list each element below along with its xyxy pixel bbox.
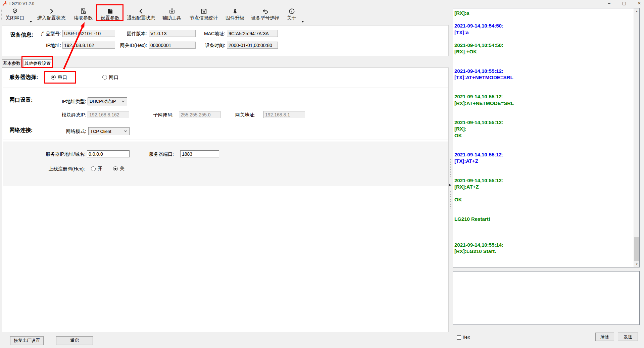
toolbar-label: 进入配置状态 <box>37 15 65 21</box>
log-output: [RX]:a2021-09-14,10:54:50:[TX]:a2021-09-… <box>454 10 633 266</box>
ip-address-field[interactable] <box>62 42 115 49</box>
log-line: [RX]:a <box>454 10 633 16</box>
net-mode-label: 网络模式: <box>53 129 86 135</box>
section-divider <box>3 88 448 88</box>
ip-type-combo[interactable]: DHCP/动态IP <box>88 97 127 105</box>
product-model-label: 产品型号: <box>28 31 61 37</box>
server-lan-radio-label[interactable]: 网口 <box>109 74 118 81</box>
device-time-field[interactable] <box>227 42 278 49</box>
toolbar-node-stats-button[interactable]: 节点信息统计 <box>186 8 221 21</box>
subnet-mask-label: 子网掩码: <box>140 112 174 118</box>
minimize-button[interactable]: – <box>602 0 616 7</box>
gateway-id-label: 网关ID(Hex): <box>113 43 147 49</box>
toolbar-device-model-button[interactable]: 设备型号选择 <box>248 8 282 21</box>
mac-address-label: MAC地址: <box>192 31 225 37</box>
log-line: [TX]:AT+NETMODE=SRL <box>454 74 633 81</box>
toolbar-label: 设置参数 <box>101 15 119 21</box>
log-line: [RX]:AT+Z <box>454 184 633 190</box>
rocket-icon <box>232 8 239 15</box>
section-divider <box>3 122 448 122</box>
toolbar-label: 辅助工具 <box>162 15 181 21</box>
register-on-radio-label[interactable]: 开 <box>98 166 102 172</box>
device-info-panel: 设备信息: 产品型号: 固件版本: MAC地址: IP地址: 网关ID(Hex)… <box>2 25 449 56</box>
send-input-box[interactable] <box>453 271 640 325</box>
toolbar-label: 关于 <box>287 15 296 21</box>
hex-checkbox[interactable] <box>457 335 461 340</box>
subnet-mask-field[interactable] <box>179 111 220 118</box>
maximize-button[interactable]: ▢ <box>617 0 631 7</box>
server-select-title: 服务器选择: <box>9 74 38 81</box>
tab-basic-params[interactable]: 基本参数 <box>2 59 21 67</box>
log-line <box>454 55 633 61</box>
log-line: 2021-09-14,10:54:50: <box>454 22 633 29</box>
lan-settings-title: 网口设置: <box>9 97 33 104</box>
scroll-thumb[interactable] <box>634 237 639 261</box>
mac-address-field[interactable] <box>227 30 278 37</box>
window-title: LG210 V1.2.0 <box>9 1 34 6</box>
gateway-addr-field[interactable] <box>263 111 305 118</box>
log-line: 2021-09-14,10:54:50: <box>454 42 633 48</box>
log-line <box>454 222 633 229</box>
close-serial-dropdown-caret[interactable] <box>30 21 32 22</box>
log-line <box>454 203 633 209</box>
log-line <box>454 16 633 22</box>
log-panel[interactable]: [RX]:a2021-09-14,10:54:50:[TX]:a2021-09-… <box>453 8 640 267</box>
splitter-grip <box>450 159 451 178</box>
toolbar-aux-tools-button[interactable]: 辅助工具 <box>160 8 184 21</box>
log-line: OK <box>454 196 633 203</box>
server-port-field[interactable] <box>180 150 219 157</box>
product-model-field[interactable] <box>62 30 115 37</box>
toolbar-exit-config-button[interactable]: 退出配置状态 <box>125 8 157 21</box>
gateway-id-field[interactable] <box>149 42 196 49</box>
log-line: OK <box>454 132 633 139</box>
chevron-down-icon <box>123 129 128 133</box>
scroll-up-arrow[interactable]: ▲ <box>634 8 640 14</box>
server-ip-label: 服务器IP地址/域名: <box>39 151 86 157</box>
toolbar-label: 关闭串口 <box>5 15 24 21</box>
log-line: 2021-09-14,10:55:12: <box>454 68 633 74</box>
log-scrollbar[interactable]: ▲ ▼ <box>634 8 639 267</box>
log-line <box>454 87 633 93</box>
log-line: 2021-09-14,10:55:14: <box>454 242 633 248</box>
firmware-version-field[interactable] <box>149 30 196 37</box>
info-icon <box>288 8 295 15</box>
factory-reset-button[interactable]: 恢复出厂设置 <box>10 336 44 345</box>
restart-button[interactable]: 重启 <box>56 336 93 345</box>
net-mode-combo[interactable]: TCP Client <box>88 127 130 135</box>
static-ip-field[interactable] <box>88 111 129 118</box>
server-serial-radio[interactable] <box>51 75 56 80</box>
close-button[interactable]: ✕ <box>633 0 644 7</box>
tab-other-params[interactable]: 其他参数设置 <box>23 59 52 68</box>
server-serial-radio-label[interactable]: 串口 <box>58 74 67 81</box>
toolbar-set-params-button[interactable]: 设置参数 <box>97 8 123 21</box>
clear-button[interactable]: 清除 <box>595 333 614 341</box>
server-lan-radio[interactable] <box>102 75 107 80</box>
toolbar-close-serial-button[interactable]: 关闭串口 <box>1 8 28 21</box>
hex-checkbox-label[interactable]: Hex <box>463 335 470 340</box>
stats-window-icon <box>200 8 207 15</box>
log-line <box>454 139 633 145</box>
gateway-addr-label: 网关地址: <box>222 112 255 118</box>
toolbar-about-button[interactable]: 关于 <box>284 8 299 21</box>
log-line: 2021-09-14,10:55:12: <box>454 177 633 184</box>
splitter-collapse-arrow[interactable]: ▶ <box>449 183 451 187</box>
register-off-radio-label[interactable]: 关 <box>120 166 125 172</box>
panel-splitter[interactable]: ▶ <box>449 8 452 332</box>
log-line: LG210 Restart! <box>454 216 633 222</box>
register-on-radio[interactable] <box>91 166 96 171</box>
log-line: 2021-09-14,10:55:12: <box>454 93 633 100</box>
log-line <box>454 81 633 87</box>
about-dropdown-caret[interactable] <box>301 21 304 22</box>
log-line: [RX]: <box>454 126 633 132</box>
server-port-label: 服务器端口: <box>140 151 174 157</box>
scroll-down-arrow[interactable]: ▼ <box>634 261 640 267</box>
ip-type-value: DHCP/动态IP <box>90 98 121 104</box>
toolbar-firmware-upgrade-button[interactable]: 固件升级 <box>223 8 247 21</box>
chevron-down-icon <box>121 99 125 103</box>
toolbar-read-params-button[interactable]: 读取参数 <box>70 8 96 21</box>
toolbar-enter-config-button[interactable]: 进入配置状态 <box>34 8 69 21</box>
server-ip-field[interactable] <box>87 150 130 157</box>
log-line <box>454 145 633 151</box>
register-off-radio[interactable] <box>113 166 118 171</box>
send-button[interactable]: 发送 <box>618 333 638 341</box>
